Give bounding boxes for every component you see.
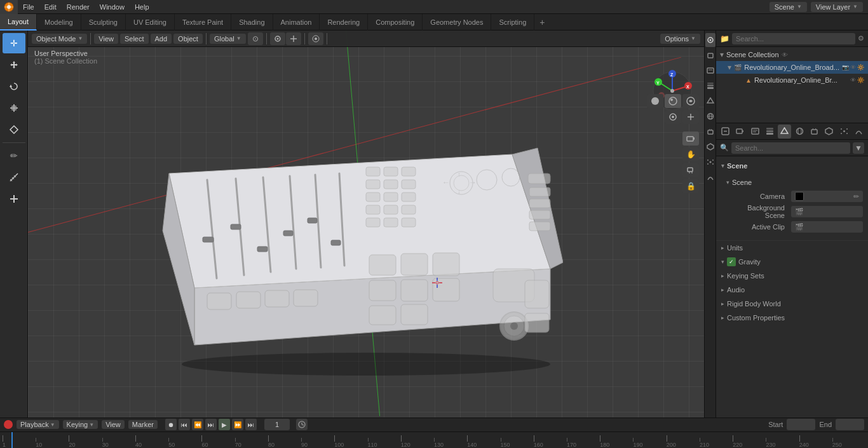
play-btn[interactable]: ▶ <box>219 419 230 430</box>
transform-space-selector[interactable]: Global ▼ <box>210 34 246 44</box>
object-mode-selector[interactable]: Object Mode ▼ <box>32 34 87 44</box>
outliner-item-0[interactable]: ▾ 🎬 Revolutionary_Online_Broad... 📷 👁 🔆 <box>716 61 868 74</box>
tab-texture-paint[interactable]: Texture Paint <box>175 14 231 31</box>
move-tool-btn[interactable] <box>3 55 25 75</box>
prop-tab-modifier[interactable] <box>822 125 836 139</box>
view-menu-btn[interactable]: View <box>94 34 118 44</box>
play-reverse-btn[interactable]: ⏭ <box>205 419 217 430</box>
tab-layout[interactable]: Layout <box>0 14 37 31</box>
prop-tab-world[interactable] <box>792 125 806 139</box>
keying-btn[interactable]: Keying ▼ <box>63 420 98 429</box>
menu-window[interactable]: Window <box>95 0 130 14</box>
record-transport-btn[interactable]: ⏺ <box>165 419 177 430</box>
playback-btn[interactable]: Playback ▼ <box>17 420 59 429</box>
measure-tool-btn[interactable] <box>3 167 25 187</box>
jump-start-btn[interactable]: ⏮ <box>179 419 190 430</box>
rpanel-output-icon[interactable] <box>705 64 715 78</box>
viewport-shading-render[interactable] <box>682 94 699 108</box>
outliner-content[interactable]: ▾ Scene Collection 👁 ▾ 🎬 Revolutionary_O… <box>716 47 868 123</box>
menu-help[interactable]: Help <box>130 0 154 14</box>
viewport-hand-btn[interactable]: ✋ <box>682 147 699 161</box>
rpanel-modifier-icon[interactable] <box>705 140 715 154</box>
current-frame-input[interactable]: 1 <box>264 419 290 430</box>
snap-btn[interactable] <box>270 32 285 45</box>
rpanel-render-icon[interactable] <box>705 48 715 62</box>
prop-section-rigid-body-world[interactable]: ▸ Rigid Body World <box>716 297 868 311</box>
viewport-lock-btn[interactable]: 🔒 <box>682 179 699 193</box>
viewport-cam2-btn[interactable] <box>682 163 699 177</box>
transform-pivot-btn[interactable]: ⊙ <box>248 32 263 45</box>
gizmo-toggle[interactable] <box>682 110 699 124</box>
annotate-tool-btn[interactable]: ✏ <box>3 146 25 166</box>
rpanel-world-icon[interactable] <box>705 109 715 123</box>
tab-animation[interactable]: Animation <box>273 14 320 31</box>
prop-tab-view-layer[interactable] <box>763 125 776 139</box>
marker-btn[interactable]: Marker <box>128 420 158 429</box>
tab-sculpting[interactable]: Sculpting <box>81 14 126 31</box>
rpanel-scene-props-icon[interactable] <box>705 94 715 108</box>
camera-value[interactable]: ✏ <box>791 191 863 202</box>
prop-tab-scene[interactable] <box>778 125 791 139</box>
start-frame-input[interactable]: 1 <box>787 419 815 430</box>
prop-section-scene-header[interactable]: ▾ Scene <box>716 159 868 173</box>
options-btn[interactable]: Options ▼ <box>660 34 700 44</box>
outliner-scene-collection[interactable]: ▾ Scene Collection 👁 <box>716 48 868 61</box>
prop-section-units[interactable]: ▸ Units <box>716 241 868 255</box>
prop-tab-particles[interactable] <box>837 125 850 139</box>
viewport-shading-material[interactable] <box>665 94 681 108</box>
scale-tool-btn[interactable] <box>3 98 25 118</box>
next-keyframe-btn[interactable]: ⏩ <box>232 419 243 430</box>
prop-section-keying-sets[interactable]: ▸ Keying Sets <box>716 269 868 283</box>
prop-tab-output[interactable] <box>749 125 762 139</box>
object-menu-btn[interactable]: Object <box>173 34 203 44</box>
rpanel-physics-icon[interactable] <box>705 170 715 184</box>
tab-rendering[interactable]: Rendering <box>320 14 368 31</box>
outliner-filter-icon[interactable]: ⚙ <box>858 34 864 43</box>
transform-tool-btn[interactable] <box>3 119 25 140</box>
rpanel-particles-icon[interactable] <box>705 155 715 169</box>
prop-section-custom-properties[interactable]: ▸ Custom Properties <box>716 311 868 325</box>
outliner-search-input[interactable] <box>732 33 855 44</box>
prop-tab-object[interactable] <box>808 125 821 139</box>
gravity-checkbox[interactable]: ✓ <box>727 257 736 266</box>
select-menu-btn[interactable]: Select <box>120 34 149 44</box>
cursor-tool-btn[interactable]: ✛ <box>3 33 25 53</box>
view-timeline-btn[interactable]: View <box>102 420 125 429</box>
rpanel-object-icon[interactable] <box>705 125 715 139</box>
tab-geometry-nodes[interactable]: Geometry Nodes <box>423 14 491 31</box>
add-workspace-tab[interactable]: + <box>534 15 550 30</box>
menu-file[interactable]: File <box>18 0 39 14</box>
menu-render[interactable]: Render <box>62 0 95 14</box>
prop-tab-physics[interactable] <box>852 125 865 139</box>
fps-clock-btn[interactable] <box>296 419 308 430</box>
prev-keyframe-btn[interactable]: ⏪ <box>192 419 203 430</box>
snap-settings-btn[interactable] <box>286 32 301 45</box>
outliner-item-1[interactable]: ▲ Revolutionary_Online_Br... 👁 🔆 <box>716 74 868 86</box>
add-object-btn[interactable] <box>3 189 25 209</box>
viewport-shading-solid[interactable] <box>647 94 663 108</box>
view-layer-selector[interactable]: View Layer ▼ <box>811 2 863 12</box>
rpanel-scene-icon[interactable] <box>705 33 715 47</box>
blender-logo[interactable] <box>0 0 18 14</box>
rotate-tool-btn[interactable] <box>3 76 25 97</box>
tab-modeling[interactable]: Modeling <box>37 14 81 31</box>
properties-search-input[interactable] <box>731 142 850 154</box>
properties-filter-btn[interactable]: ▼ <box>853 142 864 154</box>
tab-uv-editing[interactable]: UV Editing <box>126 14 175 31</box>
prop-tab-active-tool[interactable] <box>719 125 732 139</box>
prop-subsection-scene-header[interactable]: ▾ Scene <box>726 175 863 189</box>
tab-compositing[interactable]: Compositing <box>368 14 423 31</box>
add-menu-btn[interactable]: Add <box>151 34 172 44</box>
rpanel-view-layer-icon[interactable] <box>705 79 715 93</box>
prop-tab-render[interactable] <box>733 125 747 139</box>
prop-section-audio[interactable]: ▸ Audio <box>716 283 868 297</box>
active-clip-value[interactable]: 🎬 <box>791 221 863 233</box>
end-frame-input[interactable]: 250 <box>836 419 864 430</box>
jump-end-btn[interactable]: ⏭ <box>245 419 257 430</box>
background-scene-value[interactable]: 🎬 <box>791 206 863 217</box>
overlay-toggle[interactable] <box>665 110 681 124</box>
camera-edit-icon[interactable]: ✏ <box>853 193 859 201</box>
menu-edit[interactable]: Edit <box>39 0 62 14</box>
viewport-camera-btn[interactable] <box>682 132 699 146</box>
tab-scripting[interactable]: Scripting <box>491 14 534 31</box>
